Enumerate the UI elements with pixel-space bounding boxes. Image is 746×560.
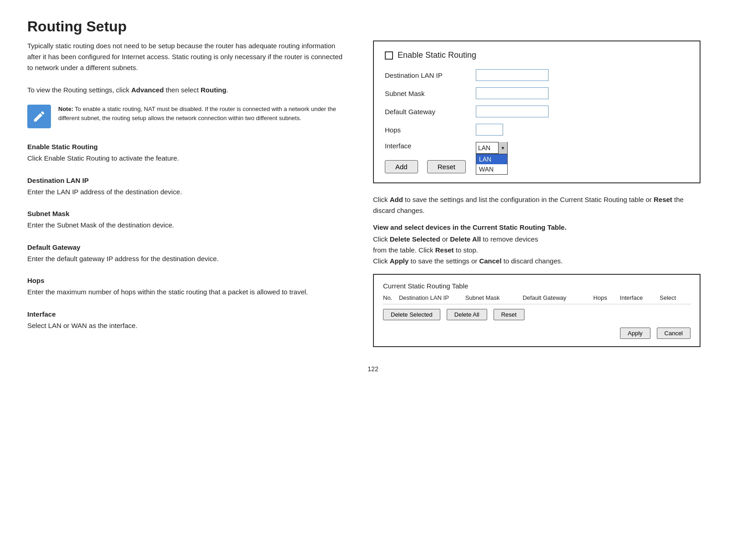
subnet-mask-input[interactable]: [476, 87, 549, 99]
pencil-icon: [32, 110, 46, 123]
interface-option-lan[interactable]: LAN: [476, 154, 507, 164]
note-icon: [27, 105, 51, 128]
routing-table-title: Current Static Routing Table: [383, 282, 691, 290]
view-select-section: View and select devices in the Current S…: [373, 223, 701, 267]
th-destination-lan-ip: Destination LAN IP: [399, 294, 465, 301]
note-text: Note: To enable a static routing, NAT mu…: [58, 105, 346, 122]
interface-dropdown-arrow[interactable]: ▼: [498, 142, 507, 154]
enable-static-routing-label: Enable Static Routing: [398, 50, 476, 60]
enable-static-routing-checkbox[interactable]: [385, 51, 393, 60]
hops-label: Hops: [385, 126, 476, 134]
th-interface: Interface: [620, 294, 660, 301]
apply-button[interactable]: Apply: [620, 328, 650, 339]
delete-all-button[interactable]: Delete All: [447, 309, 487, 320]
destination-lan-ip-row: Destination LAN IP: [385, 69, 689, 81]
interface-select-wrapper: LAN ▼ LAN WAN: [476, 142, 508, 154]
page-title: Routing Setup: [27, 18, 719, 35]
interface-option-wan[interactable]: WAN: [476, 164, 507, 174]
routing-table-panel: Current Static Routing Table No. Destina…: [373, 274, 701, 347]
interface-dropdown-menu: LAN WAN: [476, 154, 508, 175]
note-box: Note: To enable a static routing, NAT mu…: [27, 105, 346, 128]
interface-selected-value: LAN: [476, 144, 498, 151]
subnet-mask-row: Subnet Mask: [385, 87, 689, 99]
section-subnet-mask: Subnet Mask Enter the Subnet Mask of the…: [27, 210, 346, 231]
table-reset-button[interactable]: Reset: [494, 309, 524, 320]
add-reset-buttons-row: Add Reset: [385, 160, 689, 173]
default-gateway-label: Default Gateway: [385, 108, 476, 116]
table-buttons-row: Delete Selected Delete All Reset: [383, 309, 691, 320]
add-button[interactable]: Add: [385, 160, 418, 173]
default-gateway-input[interactable]: [476, 106, 549, 117]
th-default-gateway: Default Gateway: [523, 294, 593, 301]
view-select-line1: Click Delete Selected or Delete All to r…: [373, 234, 701, 267]
section-destination-lan-ip: Destination LAN IP Enter the LAN IP addr…: [27, 177, 346, 197]
page-number: 122: [27, 365, 719, 373]
panel-reset-button[interactable]: Reset: [427, 160, 466, 173]
hops-input[interactable]: [476, 124, 503, 136]
section-interface: Interface Select LAN or WAN as the inter…: [27, 310, 346, 331]
interface-row: Interface LAN ▼ LAN WAN: [385, 142, 689, 154]
destination-lan-ip-input[interactable]: [476, 69, 549, 81]
cancel-button[interactable]: Cancel: [657, 328, 691, 339]
table-header: No. Destination LAN IP Subnet Mask Defau…: [383, 294, 691, 304]
th-hops: Hops: [593, 294, 620, 301]
destination-lan-ip-label: Destination LAN IP: [385, 71, 476, 79]
click-add-description: Click Add to save the settings and list …: [373, 194, 701, 216]
apply-cancel-row: Apply Cancel: [383, 328, 691, 339]
section-enable-static-routing: Enable Static Routing Click Enable Stati…: [27, 143, 346, 164]
section-hops: Hops Enter the maximum number of hops wi…: [27, 277, 346, 298]
section-default-gateway: Default Gateway Enter the default gatewa…: [27, 243, 346, 264]
right-column: Enable Static Routing Destination LAN IP…: [373, 40, 701, 347]
enable-static-routing-row[interactable]: Enable Static Routing: [385, 50, 689, 60]
delete-selected-button[interactable]: Delete Selected: [383, 309, 440, 320]
view-routing-text: To view the Routing settings, click Adva…: [27, 86, 346, 94]
th-select: Select: [660, 294, 691, 301]
interface-label: Interface: [385, 142, 476, 150]
subnet-mask-label: Subnet Mask: [385, 90, 476, 97]
routing-setup-panel: Enable Static Routing Destination LAN IP…: [373, 40, 701, 183]
hops-row: Hops: [385, 124, 689, 136]
default-gateway-row: Default Gateway: [385, 106, 689, 117]
th-subnet-mask: Subnet Mask: [465, 294, 523, 301]
intro-text: Typically static routing does not need t…: [27, 40, 346, 73]
left-column: Typically static routing does not need t…: [27, 40, 346, 347]
th-no: No.: [383, 294, 399, 301]
